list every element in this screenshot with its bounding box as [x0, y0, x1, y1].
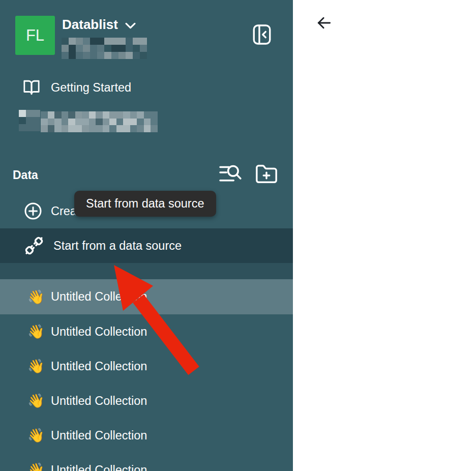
nav-getting-started[interactable]: Getting Started	[0, 75, 293, 100]
data-section-header: Data	[13, 168, 38, 182]
app-title[interactable]: Datablist	[62, 17, 118, 33]
collection-label: Untitled Collection	[51, 325, 147, 339]
collection-label: Untitled Collection	[51, 394, 147, 408]
collection-item[interactable]: 👋 Untitled Collection	[0, 349, 293, 384]
folder-plus-icon	[255, 163, 278, 186]
new-folder-button[interactable]	[255, 163, 278, 186]
book-open-icon	[23, 79, 40, 96]
tooltip-text: Start from data source	[86, 197, 204, 211]
waving-hand-emoji: 👋	[27, 358, 51, 374]
section-divider-band	[0, 263, 293, 279]
collection-label: Untitled Collection	[51, 360, 147, 373]
arrow-left-icon	[315, 13, 333, 33]
avatar-initials: FL	[26, 26, 44, 45]
redacted-workspace-name	[62, 38, 147, 59]
plug-icon	[23, 234, 45, 257]
collapse-sidebar-button[interactable]	[253, 24, 271, 45]
collection-label: Untitled Collection	[51, 463, 147, 471]
menu-start-from-data-source[interactable]: Start from a data source	[0, 228, 293, 263]
screen: FL Datablist Getting St	[0, 0, 476, 471]
collection-item[interactable]: 👋 Untitled Collection	[0, 384, 293, 418]
back-button[interactable]	[315, 13, 333, 33]
collection-item[interactable]: 👋 Untitled Collection	[0, 279, 293, 314]
waving-hand-emoji: 👋	[27, 323, 51, 340]
main-panel	[293, 0, 476, 471]
sidebar: FL Datablist Getting St	[0, 0, 293, 471]
search-collections-button[interactable]	[219, 165, 243, 183]
chevron-down-icon	[125, 22, 136, 29]
collection-item[interactable]: 👋 Untitled Collection	[0, 418, 293, 453]
plus-circle-icon	[24, 202, 42, 220]
collection-item[interactable]: 👋 Untitled Collection	[0, 453, 293, 471]
collection-label: Untitled Collection	[51, 290, 147, 304]
search-list-icon	[219, 165, 243, 183]
collapse-sidebar-icon	[253, 24, 271, 45]
workspace-avatar[interactable]: FL	[15, 16, 55, 55]
start-from-source-label: Start from a data source	[53, 239, 182, 253]
collection-label: Untitled Collection	[51, 429, 147, 443]
waving-hand-emoji: 👋	[27, 289, 51, 305]
collections-list: 👋 Untitled Collection 👋 Untitled Collect…	[0, 279, 293, 471]
tooltip: Start from data source	[74, 191, 216, 217]
waving-hand-emoji: 👋	[27, 427, 51, 444]
collection-item[interactable]: 👋 Untitled Collection	[0, 314, 293, 349]
redacted-nav-item[interactable]	[15, 107, 163, 134]
waving-hand-emoji: 👋	[27, 462, 51, 471]
waving-hand-emoji: 👋	[27, 393, 51, 409]
getting-started-label: Getting Started	[51, 81, 131, 95]
